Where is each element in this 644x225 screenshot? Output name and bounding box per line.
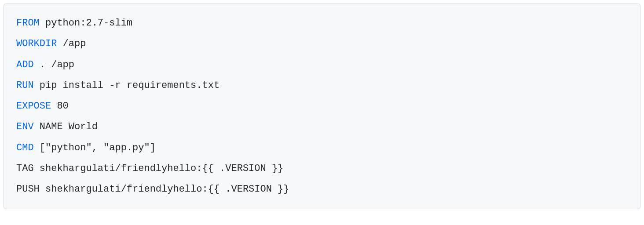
dockerfile-keyword: RUN xyxy=(16,80,34,91)
code-text: ["python", "app.py"] xyxy=(34,142,156,153)
code-text: python:2.7-slim xyxy=(40,18,132,29)
code-line: EXPOSE 80 xyxy=(16,101,69,112)
code-line: CMD ["python", "app.py"] xyxy=(16,142,156,153)
code-text: pip install -r requirements.txt xyxy=(34,80,220,91)
code-line: TAG shekhargulati/friendlyhello:{{ .VERS… xyxy=(16,163,283,174)
code-line: ENV NAME World xyxy=(16,121,98,132)
dockerfile-code-block: FROM python:2.7-slim WORKDIR /app ADD . … xyxy=(4,4,640,209)
dockerfile-keyword: FROM xyxy=(16,18,40,29)
dockerfile-keyword: ADD xyxy=(16,59,34,70)
code-line: RUN pip install -r requirements.txt xyxy=(16,80,220,91)
code-text: TAG shekhargulati/friendlyhello:{{ .VERS… xyxy=(16,163,283,174)
code-line: WORKDIR /app xyxy=(16,38,86,49)
dockerfile-keyword: WORKDIR xyxy=(16,38,57,49)
dockerfile-keyword: EXPOSE xyxy=(16,101,51,112)
code-line: PUSH shekhargulati/friendlyhello:{{ .VER… xyxy=(16,184,289,195)
code-line: FROM python:2.7-slim xyxy=(16,18,132,29)
code-text: 80 xyxy=(51,101,69,112)
code-text: PUSH shekhargulati/friendlyhello:{{ .VER… xyxy=(16,184,289,195)
code-line: ADD . /app xyxy=(16,59,74,70)
dockerfile-keyword: CMD xyxy=(16,142,34,153)
code-text: . /app xyxy=(34,59,74,70)
code-text: /app xyxy=(57,38,86,49)
dockerfile-keyword: ENV xyxy=(16,121,34,132)
code-text: NAME World xyxy=(34,121,98,132)
